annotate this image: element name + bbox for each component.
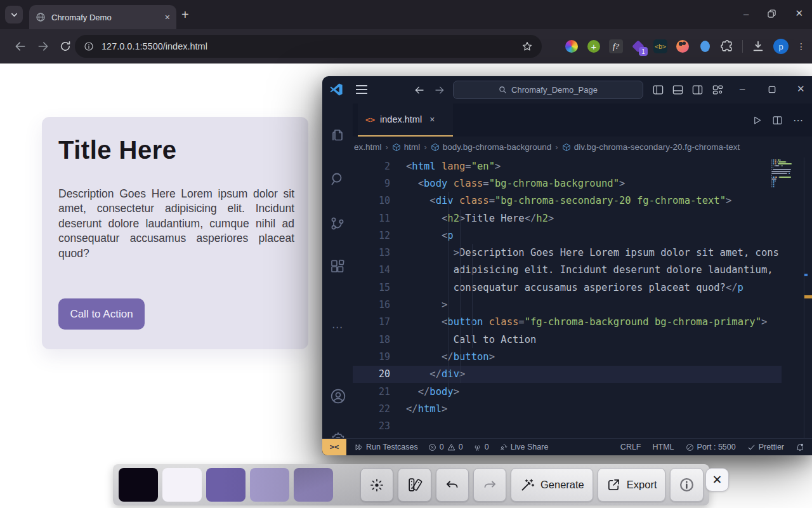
vscode-close-button[interactable]: ✕ (797, 83, 805, 95)
remote-indicator[interactable]: >< (322, 439, 346, 455)
language-mode[interactable]: HTML (653, 443, 674, 451)
toggle-secondary-sidebar-icon[interactable] (692, 84, 703, 95)
run-button[interactable] (752, 116, 762, 125)
browser-close-button[interactable]: ✕ (795, 8, 803, 19)
brightness-button[interactable] (360, 468, 393, 502)
line-number[interactable]: 10 (353, 195, 406, 206)
cta-button[interactable]: Call to Action (58, 298, 145, 330)
customize-layout-icon[interactable] (712, 84, 723, 95)
toggle-panel-icon[interactable] (672, 84, 683, 95)
code-line[interactable]: 15 consequatur accusamus asperiores plac… (353, 279, 812, 296)
line-number[interactable]: 16 (353, 299, 406, 311)
split-editor-icon[interactable] (773, 116, 782, 125)
extensions-puzzle-icon[interactable] (720, 39, 734, 53)
vscode-forward-icon[interactable] (434, 84, 445, 96)
vscode-back-icon[interactable] (414, 84, 425, 96)
problems-indicator[interactable]: 0 0 (428, 443, 463, 451)
swatch-color-primary[interactable] (206, 468, 246, 502)
redo-button[interactable] (473, 468, 506, 502)
line-number[interactable]: 15 (353, 282, 406, 293)
breadcrumb-item[interactable]: body.bg-chroma-background (431, 142, 552, 152)
swatch-color-secondary[interactable] (250, 468, 289, 502)
colorwheel-extension-icon[interactable] (565, 39, 579, 53)
close-toolbar-button[interactable]: ✕ (705, 468, 729, 491)
tab-search-button[interactable] (5, 6, 23, 23)
swatch-color-accent[interactable] (294, 468, 333, 502)
port-indicator[interactable]: Port : 5500 (686, 443, 736, 451)
vscode-minimize-button[interactable]: – (740, 83, 745, 93)
browser-menu-icon[interactable]: ⋮ (797, 45, 806, 48)
export-button[interactable]: Export (598, 468, 666, 502)
breadcrumb-item[interactable]: ex.html (354, 142, 382, 152)
more-views-icon[interactable]: ⋯ (332, 321, 343, 334)
line-number[interactable]: 2 (353, 161, 406, 172)
tab-close-icon[interactable]: × (165, 12, 170, 22)
forward-icon[interactable] (37, 40, 49, 53)
code-line[interactable]: 21 </body> (353, 383, 812, 400)
code-line[interactable]: 10 <div class="bg-chroma-secondary-20 fg… (353, 192, 812, 210)
line-number[interactable]: 12 (353, 230, 406, 241)
code-line[interactable]: 9 <body class="bg-chroma-background"> (353, 175, 812, 192)
profile-avatar[interactable]: p (773, 39, 789, 54)
vscode-maximize-button[interactable] (768, 86, 776, 93)
blue-dot-extension-icon[interactable] (698, 39, 712, 53)
formatter-indicator[interactable]: Prettier (747, 443, 784, 451)
swatch-color-white[interactable] (162, 468, 202, 502)
code-line[interactable]: 23 (353, 417, 812, 434)
swatch-color-black[interactable] (119, 468, 158, 502)
line-number[interactable]: 18 (353, 334, 406, 345)
line-number[interactable]: 13 (353, 247, 406, 258)
browser-tab[interactable]: Chromafy Demo × (29, 5, 176, 29)
browser-restore-button[interactable] (768, 10, 776, 18)
run-testcases-button[interactable]: Run Testcases (355, 443, 418, 451)
info-button[interactable] (670, 468, 704, 502)
broadcast-indicator[interactable]: 0 (473, 443, 489, 451)
explorer-icon[interactable] (330, 127, 345, 142)
downloads-icon[interactable] (751, 39, 765, 53)
code-line[interactable]: 18 Call to Action (353, 331, 812, 348)
back-icon[interactable] (14, 40, 27, 53)
toggle-sidebar-icon[interactable] (653, 84, 664, 95)
command-center-search[interactable]: Chromafy_Demo_Page (453, 81, 643, 99)
face-extension-icon[interactable] (676, 39, 690, 53)
account-icon[interactable] (330, 388, 346, 404)
new-tab-button[interactable]: + (181, 8, 189, 22)
line-number[interactable]: 21 (353, 386, 406, 398)
notifications-bell-icon[interactable] (796, 443, 804, 451)
code-line[interactable]: 17 <button class="fg-chroma-background b… (353, 314, 812, 331)
code-editor[interactable]: 2<html lang="en">9 <body class="bg-chrom… (353, 157, 812, 438)
line-number[interactable]: 11 (353, 213, 406, 224)
tab-close-icon[interactable]: × (429, 114, 435, 124)
breadcrumb-item[interactable]: div.bg-chroma-secondary-20.fg-chroma-tex… (562, 142, 740, 152)
generate-button[interactable]: Generate (511, 468, 593, 502)
code-line[interactable]: 22</html> (353, 400, 812, 417)
palette-button[interactable] (398, 468, 431, 502)
source-control-icon[interactable] (330, 216, 345, 231)
bookmark-star-icon[interactable] (521, 41, 533, 52)
code-line[interactable]: 20 </div> (353, 366, 782, 383)
minimap[interactable] (771, 159, 794, 189)
menu-hamburger-icon[interactable] (355, 84, 368, 95)
url-text[interactable]: 127.0.0.1:5500/index.html (102, 41, 514, 51)
code-line[interactable]: 16 > (353, 296, 812, 313)
code-line[interactable]: 13 >Description Goes Here Lorem ipsum do… (353, 244, 812, 261)
f-extension-icon[interactable]: f? (609, 39, 623, 53)
breadcrumb-item[interactable]: html (392, 142, 421, 152)
live-share-button[interactable]: Live Share (499, 443, 549, 451)
search-icon[interactable] (330, 171, 345, 187)
code-line[interactable]: 19 </button> (353, 348, 812, 365)
line-number[interactable]: 22 (353, 403, 406, 415)
browser-minimize-button[interactable]: – (743, 8, 749, 19)
line-number[interactable]: 19 (353, 351, 406, 363)
line-number[interactable]: 23 (353, 420, 406, 432)
b-extension-icon[interactable]: <b> (653, 39, 667, 53)
line-number[interactable]: 17 (353, 316, 406, 328)
code-line[interactable]: 14 adipisicing elit. Incidunt deserunt d… (353, 262, 812, 279)
extensions-icon[interactable] (330, 259, 345, 274)
line-number[interactable]: 9 (353, 178, 406, 189)
url-bar[interactable]: 127.0.0.1:5500/index.html (75, 35, 542, 58)
eol-indicator[interactable]: CRLF (620, 443, 641, 451)
code-line[interactable]: 12 <p (353, 227, 812, 244)
reload-icon[interactable] (59, 40, 72, 53)
green-plus-extension-icon[interactable]: + (587, 39, 601, 53)
